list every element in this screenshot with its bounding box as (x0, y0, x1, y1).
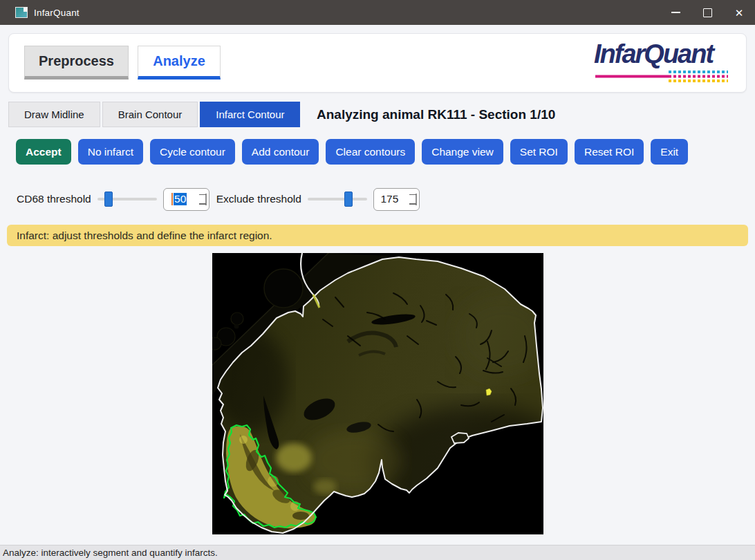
step-tab-infarct-contour[interactable]: Infarct Contour (200, 102, 300, 127)
maximize-icon (703, 8, 712, 17)
slider-handle[interactable] (344, 192, 353, 207)
step-tab-draw-midline[interactable]: Draw Midline (8, 102, 100, 127)
session-heading: Analyzing animal RK111 - Section 1/10 (317, 102, 555, 127)
instruction-banner: Infarct: adjust thresholds and define th… (7, 225, 748, 246)
reset-roi-button[interactable]: Reset ROI (575, 139, 644, 165)
maximize-button[interactable] (691, 0, 723, 25)
step-up-icon (199, 194, 206, 196)
spinbox-value: 50 (164, 193, 195, 205)
step-tab-brain-contour[interactable]: Brain Contour (102, 102, 198, 127)
brain-image-viewer[interactable] (212, 253, 543, 534)
exclude-threshold-label: Exclude threshold (216, 193, 301, 205)
main-tabs: Preprocess Analyze (24, 46, 221, 80)
accept-button[interactable]: Accept (16, 139, 71, 165)
slider-track (308, 198, 367, 200)
spinbox-steppers[interactable] (195, 189, 209, 210)
cd68-threshold-spinbox[interactable]: 50 (163, 188, 209, 211)
step-down-icon (409, 203, 416, 205)
no-infarct-button[interactable]: No infarct (78, 139, 143, 165)
spinbox-value: 175 (374, 193, 405, 205)
step-tabs: Draw Midline Brain Contour Infarct Conto… (8, 102, 300, 127)
spinbox-steppers[interactable] (405, 189, 419, 210)
minimize-icon (671, 12, 680, 13)
threshold-controls: CD68 threshold 50 Exclude threshold 175 (17, 187, 420, 212)
cycle-contour-button[interactable]: Cycle contour (150, 139, 235, 165)
cd68-threshold-slider[interactable] (97, 191, 157, 207)
app-icon (15, 7, 28, 18)
minimize-button[interactable] (660, 0, 691, 25)
tab-preprocess[interactable]: Preprocess (24, 46, 129, 80)
step-up-icon (409, 194, 416, 196)
close-icon: ✕ (735, 8, 744, 18)
exclude-threshold-slider[interactable] (308, 191, 367, 207)
status-bar: Analyze: interactively segment and quant… (0, 545, 755, 560)
exit-button[interactable]: Exit (651, 139, 688, 165)
brain-section-image[interactable] (212, 253, 543, 534)
change-view-button[interactable]: Change view (422, 139, 503, 165)
exclude-threshold-spinbox[interactable]: 175 (373, 188, 420, 211)
set-roi-button[interactable]: Set ROI (510, 139, 568, 165)
page-body: Preprocess Analyze InfarQuant (0, 25, 755, 560)
infarquant-logo: InfarQuant (594, 39, 732, 84)
add-contour-button[interactable]: Add contour (242, 139, 319, 165)
slider-handle[interactable] (104, 192, 113, 207)
cd68-threshold-label: CD68 threshold (17, 193, 91, 205)
window-title: InfarQuant (34, 8, 80, 18)
step-down-icon (199, 203, 206, 205)
title-bar: InfarQuant ✕ (0, 0, 755, 25)
top-card: Preprocess Analyze InfarQuant (8, 33, 747, 93)
app-window: InfarQuant ✕ Preprocess Analyze InfarQua… (0, 0, 755, 560)
close-button[interactable]: ✕ (723, 0, 755, 25)
logo-text: InfarQuant (594, 39, 732, 70)
logo-stripes (594, 70, 729, 84)
action-button-row: Accept No infarct Cycle contour Add cont… (16, 139, 688, 165)
text-caret (171, 193, 173, 205)
tab-analyze[interactable]: Analyze (138, 46, 221, 80)
clear-contours-button[interactable]: Clear contours (326, 139, 415, 165)
